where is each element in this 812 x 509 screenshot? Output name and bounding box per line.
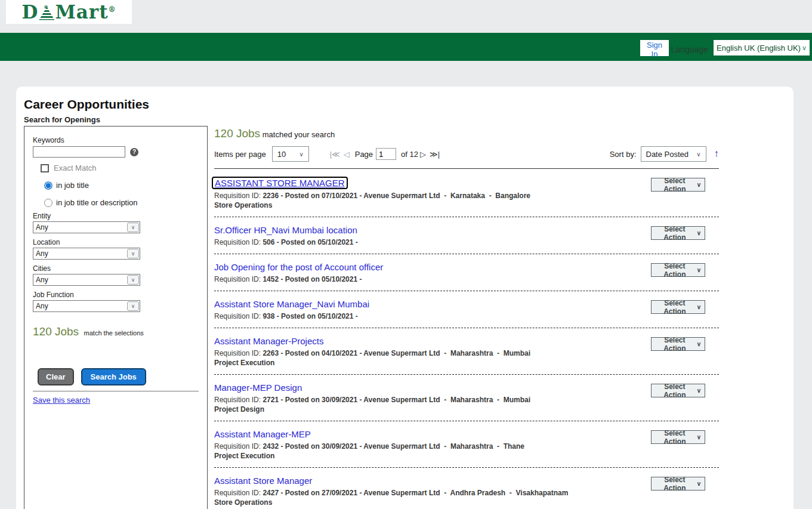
select-action-button[interactable]: Select Action∨ <box>651 337 705 351</box>
requisition-id-label: Requisition ID: <box>214 192 261 200</box>
exact-match-checkbox[interactable] <box>41 164 49 172</box>
select-action-button[interactable]: Select Action∨ <box>651 477 705 491</box>
chevron-down-icon: ∨ <box>127 223 139 232</box>
page-title: Career Opportunities <box>24 97 794 112</box>
in-job-title-radio[interactable] <box>44 181 53 190</box>
next-page-icon[interactable]: ▷ <box>418 150 428 159</box>
top-navigation-bar: Sign In Language English UK (English UK)… <box>0 33 812 61</box>
last-page-icon[interactable]: ≫| <box>428 150 441 159</box>
job-title-link[interactable]: Assistant Store Manager <box>214 476 312 486</box>
requisition-id-label: Requisition ID: <box>214 442 261 451</box>
job-function-select[interactable]: Any ∨ <box>33 300 140 312</box>
job-details-text: 2236 - Posted on 07/10/2021 - Avenue Sup… <box>263 192 530 200</box>
page-number-input[interactable] <box>376 148 396 160</box>
job-department: Store Operations <box>214 498 568 507</box>
requisition-id-label: Requisition ID: <box>214 489 261 497</box>
previous-page-icon[interactable]: ◁ <box>342 150 351 159</box>
clear-button[interactable]: Clear <box>38 368 74 385</box>
select-action-button[interactable]: Select Action∨ <box>651 178 705 192</box>
entity-select[interactable]: Any ∨ <box>33 221 140 233</box>
job-listing-row: Assistant Manager-Projects Requisition I… <box>214 328 719 375</box>
keywords-label: Keywords <box>33 136 199 144</box>
job-title-link[interactable]: ASSISTANT STORE MANAGER <box>212 177 348 189</box>
chevron-down-icon: ∨ <box>127 301 139 311</box>
job-details-text: 2427 - Posted on 27/09/2021 - Avenue Sup… <box>263 489 568 497</box>
entity-label: Entity <box>33 212 199 220</box>
chevron-down-icon: ∨ <box>697 341 701 347</box>
language-label: Language <box>671 45 708 54</box>
job-title-link[interactable]: Assistant Store Manager_Navi Mumbai <box>214 299 369 309</box>
exact-match-label: Exact Match <box>54 164 97 172</box>
search-filters-panel: Keywords ? Exact Match in job title in j… <box>24 126 208 509</box>
page-of-label: of 12 <box>401 150 418 159</box>
items-per-page-select[interactable]: 10 ∨ <box>272 146 309 162</box>
keywords-input[interactable] <box>33 146 125 158</box>
chevron-down-icon: ∨ <box>697 304 701 310</box>
jobs-match-suffix: match the selections <box>84 329 144 337</box>
page-label: Page <box>355 150 373 159</box>
job-title-link[interactable]: Assistant Manager-MEP <box>214 429 311 439</box>
in-job-title-label: in job title <box>56 181 89 190</box>
job-details-text: 506 - Posted on 05/10/2021 - <box>263 238 357 246</box>
job-details-text: 1452 - Posted on 05/10/2021 - <box>263 275 362 283</box>
results-count-suffix: matched your search <box>263 130 335 139</box>
job-listing-row: Sr.Officer HR_Navi Mumbai location Requi… <box>214 217 719 254</box>
job-listing-row: Manager-MEP Design Requisition ID: 2721 … <box>214 375 719 421</box>
sort-by-label: Sort by: <box>610 150 637 159</box>
save-this-search-link[interactable]: Save this search <box>33 396 90 405</box>
chevron-down-icon: ∨ <box>697 181 701 188</box>
pagination: |≪ ◁ Page of 12 ▷ ≫| <box>328 148 441 160</box>
job-department: Project Execution <box>214 452 524 460</box>
select-action-button[interactable]: Select Action∨ <box>651 300 705 314</box>
job-title-link[interactable]: Assistant Manager-Projects <box>214 336 323 346</box>
chevron-down-icon: ∨ <box>127 249 139 258</box>
language-select[interactable]: English UK (English UK) ∨ <box>714 40 810 55</box>
select-action-button[interactable]: Select Action∨ <box>651 384 705 397</box>
location-select[interactable]: Any ∨ <box>33 248 140 260</box>
results-count: 120 Jobs <box>214 127 260 140</box>
search-jobs-button[interactable]: Search Jobs <box>81 368 146 385</box>
job-details-text: 2263 - Posted on 04/10/2021 - Avenue Sup… <box>263 349 530 357</box>
select-action-button[interactable]: Select Action∨ <box>651 430 705 444</box>
requisition-id-label: Requisition ID: <box>214 238 261 246</box>
help-icon[interactable]: ? <box>130 148 138 156</box>
requisition-id-label: Requisition ID: <box>214 275 261 283</box>
first-page-icon[interactable]: |≪ <box>328 150 342 159</box>
job-title-link[interactable]: Job Opening for the post of Account offi… <box>214 262 383 272</box>
chevron-down-icon: ∨ <box>697 480 701 487</box>
chevron-down-icon: ∨ <box>697 230 701 236</box>
jobs-match-count: 120 Jobs <box>33 325 79 338</box>
job-title-link[interactable]: Manager-MEP Design <box>214 382 302 393</box>
dmart-tree-icon: ∗ <box>39 6 54 21</box>
chevron-down-icon: ∨ <box>696 151 700 158</box>
select-action-button[interactable]: Select Action∨ <box>651 226 705 240</box>
requisition-id-label: Requisition ID: <box>214 396 261 404</box>
search-for-openings-heading: Search for Openings <box>24 115 794 124</box>
job-department: Project Design <box>214 405 530 414</box>
dmart-logo: D ∗ Mart ® <box>6 0 132 24</box>
results-header: 120 Jobs matched your search Items per p… <box>214 127 719 169</box>
language-selected-value: English UK (English UK) <box>717 44 801 53</box>
chevron-down-icon: ∨ <box>802 44 807 52</box>
cities-select[interactable]: Any ∨ <box>33 274 140 286</box>
sign-in-button[interactable]: Sign In <box>640 40 669 56</box>
job-listing-row: ASSISTANT STORE MANAGER Requisition ID: … <box>214 169 719 217</box>
main-content-card: Career Opportunities Search for Openings… <box>16 87 794 509</box>
chevron-down-icon: ∨ <box>127 275 139 285</box>
job-details-text: 2721 - Posted on 30/09/2021 - Avenue Sup… <box>263 396 530 404</box>
job-details-text: 938 - Posted on 05/10/2021 - <box>263 312 357 320</box>
in-job-title-or-description-radio[interactable] <box>44 199 53 207</box>
job-title-link[interactable]: Sr.Officer HR_Navi Mumbai location <box>214 225 357 235</box>
logo-letter-d: D <box>22 3 39 21</box>
job-details-text: 2432 - Posted on 30/09/2021 - Avenue Sup… <box>263 442 524 451</box>
sort-by-select[interactable]: Date Posted ∨ <box>641 146 706 162</box>
items-per-page-label: Items per page <box>214 150 266 159</box>
job-listing-row: Job Opening for the post of Account offi… <box>214 254 719 291</box>
select-action-button[interactable]: Select Action∨ <box>651 263 705 277</box>
job-listing-row: Assistant Manager-MEP Requisition ID: 24… <box>214 421 719 468</box>
chevron-down-icon: ∨ <box>697 387 701 394</box>
chevron-down-icon: ∨ <box>697 267 701 273</box>
sort-direction-ascending-icon[interactable]: ↑ <box>714 148 720 160</box>
search-results: 120 Jobs matched your search Items per p… <box>214 127 719 509</box>
location-label: Location <box>33 238 199 246</box>
